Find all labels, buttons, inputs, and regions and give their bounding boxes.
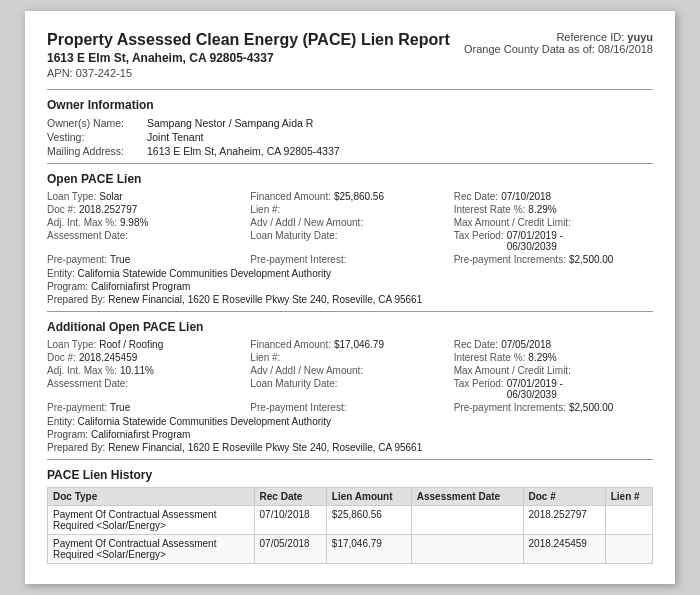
row2-lien-amount: $17,046.79 bbox=[326, 535, 411, 564]
open-loan-type-value: Solar bbox=[99, 191, 122, 202]
open-financed-value: $25,860.56 bbox=[334, 191, 384, 202]
row1-doc-num: 2018.252797 bbox=[523, 506, 605, 535]
add-prepared-line: Prepared By: Renew Financial, 1620 E Ros… bbox=[47, 442, 653, 453]
add-adv-label: Adv / Addl / New Amount: bbox=[250, 365, 363, 376]
owner-name-value: Sampang Nestor / Sampang Aida R bbox=[147, 117, 653, 129]
add-tax-period: Tax Period: 07/01/2019 -06/30/2039 bbox=[454, 378, 653, 400]
open-loan-type-label: Loan Type: bbox=[47, 191, 96, 202]
open-interest-value: 8.29% bbox=[528, 204, 556, 215]
add-rec-date-value: 07/05/2018 bbox=[501, 339, 551, 350]
open-tax-label: Tax Period: bbox=[454, 230, 504, 252]
add-rec-date-label: Rec Date: bbox=[454, 339, 498, 350]
open-rec-date-label: Rec Date: bbox=[454, 191, 498, 202]
row2-rec-date: 07/05/2018 bbox=[254, 535, 326, 564]
data-source: Orange County Data as of: 08/16/2018 bbox=[464, 43, 653, 55]
owner-section-title: Owner Information bbox=[47, 98, 653, 112]
add-prepared-label: Prepared By: bbox=[47, 442, 105, 453]
additional-pace-title: Additional Open PACE Lien bbox=[47, 320, 653, 334]
open-doc-value: 2018.252797 bbox=[79, 204, 137, 215]
open-maturity-label: Loan Maturity Date: bbox=[250, 230, 337, 252]
add-entity-line: Entity: California Statewide Communities… bbox=[47, 416, 653, 427]
open-interest-label: Interest Rate %: bbox=[454, 204, 526, 215]
vesting-label: Vesting: bbox=[47, 131, 147, 143]
open-prepay-grid: Pre-payment: True Pre-payment Interest: … bbox=[47, 254, 653, 265]
open-program-value: Californiafirst Program bbox=[91, 281, 190, 292]
add-loan-type-value: Roof / Roofing bbox=[99, 339, 163, 350]
open-max-label: Max Amount / Credit Limit: bbox=[454, 217, 571, 228]
row1-lien-num bbox=[605, 506, 652, 535]
row1-lien-amount: $25,860.56 bbox=[326, 506, 411, 535]
add-prepay-increments: Pre-payment Increments: $2,500.00 bbox=[454, 402, 653, 413]
open-financed-label: Financed Amount: bbox=[250, 191, 331, 202]
add-prepay-inc-value: $2,500.00 bbox=[569, 402, 614, 413]
open-interest-rate: Interest Rate %: 8.29% bbox=[454, 204, 653, 215]
add-interest-label: Interest Rate %: bbox=[454, 352, 526, 363]
add-pace-grid: Loan Type: Roof / Roofing Financed Amoun… bbox=[47, 339, 653, 400]
row1-doc-type: Payment Of Contractual AssessmentRequire… bbox=[48, 506, 255, 535]
open-assessment-date: Assessment Date: bbox=[47, 230, 246, 252]
add-loan-type: Loan Type: Roof / Roofing bbox=[47, 339, 246, 350]
header-divider bbox=[47, 89, 653, 90]
history-table: Doc Type Rec Date Lien Amount Assessment… bbox=[47, 487, 653, 564]
add-prepay-label: Pre-payment: bbox=[47, 402, 107, 413]
report-reference: Reference ID: yuyu Orange County Data as… bbox=[464, 31, 653, 55]
open-pace-title: Open PACE Lien bbox=[47, 172, 653, 186]
add-prepay-inc-label: Pre-payment Increments: bbox=[454, 402, 566, 413]
add-adj-label: Adj. Int. Max %: bbox=[47, 365, 117, 376]
open-entity-label: Entity: bbox=[47, 268, 75, 279]
open-prepayment: Pre-payment: True bbox=[47, 254, 246, 265]
add-prepared-value: Renew Financial, 1620 E Roseville Pkwy S… bbox=[108, 442, 422, 453]
open-prepared-value: Renew Financial, 1620 E Roseville Pkwy S… bbox=[108, 294, 422, 305]
table-row: Payment Of Contractual AssessmentRequire… bbox=[48, 535, 653, 564]
add-prepay-interest: Pre-payment Interest: bbox=[250, 402, 449, 413]
history-section-title: PACE Lien History bbox=[47, 468, 653, 482]
col-lien-amount: Lien Amount bbox=[326, 488, 411, 506]
add-adj: Adj. Int. Max %: 10.11% bbox=[47, 365, 246, 376]
open-max-amount: Max Amount / Credit Limit: bbox=[454, 217, 653, 228]
open-lien-label: Lien #: bbox=[250, 204, 280, 215]
open-prepay-interest-label: Pre-payment Interest: bbox=[250, 254, 346, 265]
add-tax-label: Tax Period: bbox=[454, 378, 504, 400]
open-loan-maturity: Loan Maturity Date: bbox=[250, 230, 449, 252]
col-lien-num: Lien # bbox=[605, 488, 652, 506]
open-adj: Adj. Int. Max %: 9.98% bbox=[47, 217, 246, 228]
add-lien-label: Lien #: bbox=[250, 352, 280, 363]
open-financed: Financed Amount: $25,860.56 bbox=[250, 191, 449, 202]
mailing-address-value: 1613 E Elm St, Anaheim, CA 92805-4337 bbox=[147, 145, 653, 157]
report-title-block: Property Assessed Clean Energy (PACE) Li… bbox=[47, 31, 450, 79]
mailing-address-label: Mailing Address: bbox=[47, 145, 147, 157]
open-program-line: Program: Californiafirst Program bbox=[47, 281, 653, 292]
reference-id: yuyu bbox=[627, 31, 653, 43]
add-program-label: Program: bbox=[47, 429, 88, 440]
open-prepay-value: True bbox=[110, 254, 130, 265]
add-adv-addl: Adv / Addl / New Amount: bbox=[250, 365, 449, 376]
open-loan-type: Loan Type: Solar bbox=[47, 191, 246, 202]
open-entity-value: California Statewide Communities Develop… bbox=[78, 268, 331, 279]
reference-label: Reference ID: bbox=[556, 31, 624, 43]
report-header: Property Assessed Clean Energy (PACE) Li… bbox=[47, 31, 653, 79]
row2-assessment-date bbox=[411, 535, 523, 564]
add-prepay-value: True bbox=[110, 402, 130, 413]
add-assessment-label: Assessment Date: bbox=[47, 378, 128, 400]
open-rec-date-value: 07/10/2018 bbox=[501, 191, 551, 202]
add-assessment-date: Assessment Date: bbox=[47, 378, 246, 400]
col-assessment-date: Assessment Date bbox=[411, 488, 523, 506]
open-doc-label: Doc #: bbox=[47, 204, 76, 215]
add-max-label: Max Amount / Credit Limit: bbox=[454, 365, 571, 376]
open-prepay-inc-label: Pre-payment Increments: bbox=[454, 254, 566, 265]
open-adj-label: Adj. Int. Max %: bbox=[47, 217, 117, 228]
add-doc-value: 2018.245459 bbox=[79, 352, 137, 363]
open-adv-addl: Adv / Addl / New Amount: bbox=[250, 217, 449, 228]
report-address: 1613 E Elm St, Anaheim, CA 92805-4337 bbox=[47, 51, 450, 65]
add-interest-rate: Interest Rate %: 8.29% bbox=[454, 352, 653, 363]
add-rec-date: Rec Date: 07/05/2018 bbox=[454, 339, 653, 350]
open-prepay-increments: Pre-payment Increments: $2,500.00 bbox=[454, 254, 653, 265]
col-doc-num: Doc # bbox=[523, 488, 605, 506]
open-lien: Lien #: bbox=[250, 204, 449, 215]
history-table-header: Doc Type Rec Date Lien Amount Assessment… bbox=[48, 488, 653, 506]
open-tax-value: 07/01/2019 -06/30/2039 bbox=[507, 230, 563, 252]
row2-doc-num: 2018.245459 bbox=[523, 535, 605, 564]
add-doc-label: Doc #: bbox=[47, 352, 76, 363]
add-prepayment: Pre-payment: True bbox=[47, 402, 246, 413]
add-loan-maturity: Loan Maturity Date: bbox=[250, 378, 449, 400]
